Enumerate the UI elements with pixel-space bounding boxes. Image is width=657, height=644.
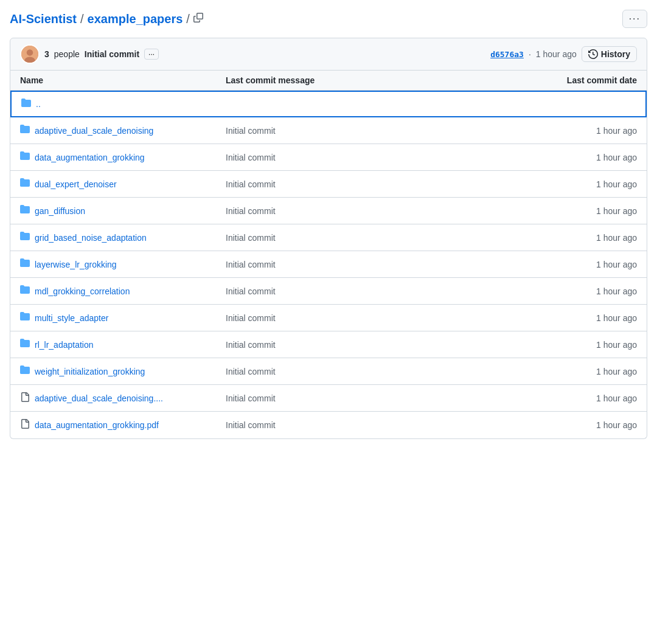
- commit-msg: Initial commit: [226, 340, 431, 350]
- commit-date: 1 hour ago: [431, 286, 637, 296]
- table-row[interactable]: grid_based_noise_adaptation Initial comm…: [10, 224, 647, 251]
- commit-msg: Initial commit: [226, 367, 431, 376]
- commit-msg: Initial commit: [226, 153, 431, 162]
- folder-icon: [20, 365, 30, 378]
- commit-date: 1 hour ago: [431, 260, 637, 269]
- breadcrumb-org[interactable]: AI-Scientist: [10, 12, 77, 26]
- file-name-cell: gan_diffusion: [20, 204, 226, 217]
- folder-icon: [20, 124, 30, 137]
- commit-msg: Initial commit: [226, 126, 431, 136]
- col-commit-message: Last commit message: [226, 75, 431, 85]
- commit-date: 1 hour ago: [431, 393, 637, 403]
- file-link[interactable]: gan_diffusion: [35, 206, 85, 216]
- table-row[interactable]: gan_diffusion Initial commit 1 hour ago: [10, 198, 647, 224]
- file-icon: [20, 392, 30, 404]
- folder-icon: [20, 231, 30, 244]
- file-link[interactable]: multi_style_adapter: [35, 313, 108, 323]
- file-name-cell: weight_initialization_grokking: [20, 365, 226, 378]
- history-label: History: [601, 49, 630, 59]
- file-link[interactable]: dual_expert_denoiser: [35, 179, 117, 189]
- commit-date: 1 hour ago: [431, 367, 637, 376]
- file-table: Name Last commit message Last commit dat…: [10, 71, 647, 439]
- file-name-cell: data_augmentation_grokking.pdf: [20, 419, 226, 431]
- commit-msg: Initial commit: [226, 393, 431, 403]
- history-button[interactable]: History: [582, 46, 637, 62]
- file-name-cell: data_augmentation_grokking: [20, 151, 226, 164]
- folder-icon: [21, 98, 31, 111]
- people-label: people: [54, 49, 80, 59]
- file-link[interactable]: adaptive_dual_scale_denoising: [35, 126, 153, 136]
- commit-more-button[interactable]: ···: [144, 49, 159, 60]
- file-link[interactable]: data_augmentation_grokking: [35, 153, 145, 162]
- parent-dir-link[interactable]: ..: [36, 99, 41, 109]
- history-icon: [588, 49, 598, 59]
- table-row[interactable]: multi_style_adapter Initial commit 1 hou…: [10, 305, 647, 331]
- folder-icon: [20, 204, 30, 217]
- avatar-group: [20, 44, 40, 64]
- file-name-cell: adaptive_dual_scale_denoising: [20, 124, 226, 137]
- commit-date: 1 hour ago: [431, 420, 637, 430]
- commit-msg: Initial commit: [226, 420, 431, 430]
- commit-bar-right: d6576a3 · 1 hour ago History: [490, 46, 637, 62]
- time-ago: 1 hour ago: [536, 49, 577, 59]
- file-name-cell: layerwise_lr_grokking: [20, 258, 226, 271]
- table-row[interactable]: rl_lr_adaptation Initial commit 1 hour a…: [10, 331, 647, 358]
- commit-date: 1 hour ago: [431, 340, 637, 350]
- table-header: Name Last commit message Last commit dat…: [10, 71, 647, 91]
- file-name-cell: mdl_grokking_correlation: [20, 285, 226, 297]
- file-name-cell: multi_style_adapter: [20, 311, 226, 324]
- table-row[interactable]: data_augmentation_grokking.pdf Initial c…: [10, 412, 647, 438]
- file-name-cell: adaptive_dual_scale_denoising....: [20, 392, 226, 404]
- col-name: Name: [20, 75, 226, 85]
- commit-date: 1 hour ago: [431, 313, 637, 323]
- commit-date: 1 hour ago: [431, 233, 637, 243]
- commit-message[interactable]: Initial commit: [85, 49, 139, 59]
- file-link[interactable]: layerwise_lr_grokking: [35, 260, 117, 269]
- commit-date: 1 hour ago: [431, 126, 637, 136]
- table-row[interactable]: adaptive_dual_scale_denoising.... Initia…: [10, 385, 647, 412]
- table-row[interactable]: adaptive_dual_scale_denoising Initial co…: [10, 117, 647, 144]
- folder-icon: [20, 151, 30, 164]
- commit-bar-left: 3 people Initial commit ···: [20, 44, 159, 64]
- file-name-cell: dual_expert_denoiser: [20, 178, 226, 190]
- table-row[interactable]: data_augmentation_grokking Initial commi…: [10, 144, 647, 171]
- commit-msg: Initial commit: [226, 260, 431, 269]
- commit-msg: Initial commit: [226, 286, 431, 296]
- commit-msg: Initial commit: [226, 206, 431, 216]
- commit-msg: Initial commit: [226, 233, 431, 243]
- file-link[interactable]: mdl_grokking_correlation: [35, 286, 130, 296]
- commit-msg: Initial commit: [226, 179, 431, 189]
- commit-bar: 3 people Initial commit ··· d6576a3 · 1 …: [10, 38, 647, 71]
- commit-date: 1 hour ago: [431, 206, 637, 216]
- file-name-cell: rl_lr_adaptation: [20, 338, 226, 351]
- commit-msg: Initial commit: [226, 313, 431, 323]
- breadcrumb-repo[interactable]: example_papers: [88, 12, 183, 26]
- more-button[interactable]: ···: [622, 10, 647, 28]
- breadcrumb-separator2: /: [186, 12, 190, 26]
- copy-icon[interactable]: [193, 13, 203, 25]
- svg-point-1: [27, 49, 33, 56]
- table-row[interactable]: mdl_grokking_correlation Initial commit …: [10, 278, 647, 305]
- table-row[interactable]: weight_initialization_grokking Initial c…: [10, 358, 647, 385]
- file-link[interactable]: grid_based_noise_adaptation: [35, 233, 147, 243]
- file-link[interactable]: adaptive_dual_scale_denoising....: [35, 393, 163, 403]
- avatar: [20, 44, 40, 64]
- file-link[interactable]: weight_initialization_grokking: [35, 367, 145, 376]
- commit-hash[interactable]: d6576a3: [490, 50, 524, 59]
- file-icon: [20, 419, 30, 431]
- table-row[interactable]: dual_expert_denoiser Initial commit 1 ho…: [10, 171, 647, 198]
- table-row-parent[interactable]: ..: [10, 91, 647, 117]
- file-link[interactable]: rl_lr_adaptation: [35, 340, 94, 350]
- folder-icon: [20, 338, 30, 351]
- commit-date: 1 hour ago: [431, 179, 637, 189]
- dot-separator: ·: [529, 49, 531, 59]
- folder-icon: [20, 178, 30, 190]
- col-commit-date: Last commit date: [431, 75, 637, 85]
- table-row[interactable]: layerwise_lr_grokking Initial commit 1 h…: [10, 251, 647, 278]
- commit-date: 1 hour ago: [431, 153, 637, 162]
- people-count: 3: [44, 49, 49, 59]
- breadcrumb: AI-Scientist / example_papers /: [10, 12, 203, 26]
- file-link[interactable]: data_augmentation_grokking.pdf: [35, 420, 159, 430]
- file-name-cell: grid_based_noise_adaptation: [20, 231, 226, 244]
- breadcrumb-separator1: /: [80, 12, 84, 26]
